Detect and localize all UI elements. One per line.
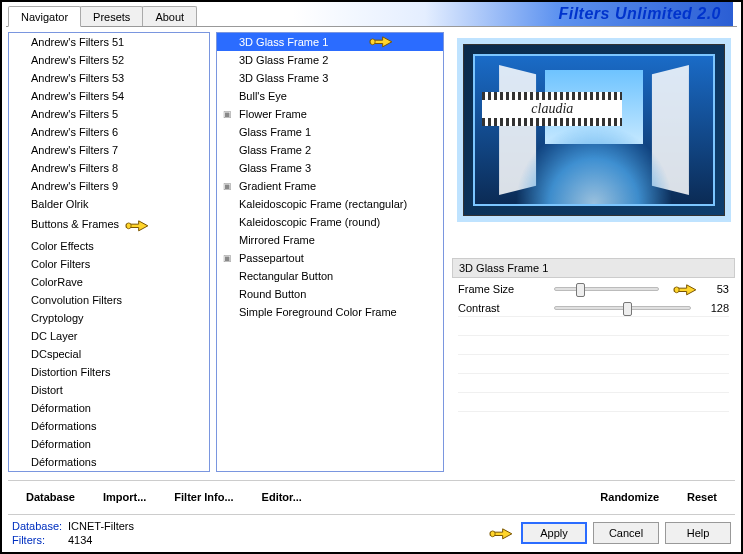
param-label: Frame Size	[458, 283, 554, 295]
navigator-item[interactable]: Cryptology	[9, 309, 209, 327]
status-db-label: Database:	[12, 519, 68, 533]
navigator-item[interactable]: Andrew's Filters 6	[9, 123, 209, 141]
navigator-item[interactable]: Déformations	[9, 417, 209, 435]
app-title: Filters Unlimited 2.0	[293, 2, 733, 26]
svg-point-3	[490, 530, 495, 536]
navigator-item[interactable]: Distortion Filters	[9, 363, 209, 381]
apply-button[interactable]: Apply	[521, 522, 587, 544]
preview-image	[457, 38, 731, 222]
tab-presets[interactable]: Presets	[80, 6, 143, 26]
svg-point-0	[126, 223, 131, 229]
param-value: 128	[699, 302, 729, 314]
cancel-button[interactable]: Cancel	[593, 522, 659, 544]
navigator-item[interactable]: DC Layer	[9, 327, 209, 345]
toolbar-reset-button[interactable]: Reset	[673, 485, 731, 509]
svg-point-1	[370, 39, 375, 45]
navigator-item[interactable]: Andrew's Filters 52	[9, 51, 209, 69]
filter-item[interactable]: 3D Glass Frame 1	[217, 33, 443, 51]
navigator-item[interactable]: Andrew's Filters 8	[9, 159, 209, 177]
status-filters-label: Filters:	[12, 533, 68, 547]
filter-item[interactable]: Rectangular Button	[217, 267, 443, 285]
param-row: Contrast128	[452, 297, 735, 316]
navigator-item[interactable]: Andrew's Filters 53	[9, 69, 209, 87]
toolbar-filter-info-button[interactable]: Filter Info...	[160, 485, 247, 509]
navigator-item[interactable]: Color Filters	[9, 255, 209, 273]
navigator-item[interactable]: Andrew's Filters 7	[9, 141, 209, 159]
navigator-item[interactable]: Convolution Filters	[9, 291, 209, 309]
tab-navigator[interactable]: Navigator	[8, 6, 81, 27]
toolbar-randomize-button[interactable]: Randomize	[586, 485, 673, 509]
filter-item[interactable]: Round Button	[217, 285, 443, 303]
filter-item[interactable]: Simple Foreground Color Frame	[217, 303, 443, 321]
watermark: claudia	[407, 92, 698, 126]
status-bar: Database:ICNET-Filters Filters:4134 Appl…	[8, 514, 735, 550]
navigator-item[interactable]: Balder Olrik	[9, 195, 209, 213]
param-slider[interactable]	[554, 287, 659, 291]
help-button[interactable]: Help	[665, 522, 731, 544]
navigator-item[interactable]: Buttons & Frames	[9, 213, 209, 237]
navigator-item[interactable]: Color Effects	[9, 237, 209, 255]
pointer-icon	[487, 523, 515, 543]
navigator-item[interactable]: Déformation	[9, 471, 209, 472]
navigator-item[interactable]: Andrew's Filters 51	[9, 33, 209, 51]
pointer-icon	[671, 279, 699, 299]
filter-item[interactable]: Mirrored Frame	[217, 231, 443, 249]
toolbar-editor-button[interactable]: Editor...	[248, 485, 316, 509]
navigator-item[interactable]: Déformations	[9, 453, 209, 471]
pointer-icon	[123, 215, 151, 235]
filter-item[interactable]: Kaleidoscopic Frame (rectangular)	[217, 195, 443, 213]
navigator-item[interactable]: Déformation	[9, 435, 209, 453]
navigator-item[interactable]: Distort	[9, 381, 209, 399]
param-label: Contrast	[458, 302, 554, 314]
status-filters-value: 4134	[68, 534, 92, 546]
filter-item[interactable]: Gradient Frame	[217, 177, 443, 195]
filter-item[interactable]: Kaleidoscopic Frame (round)	[217, 213, 443, 231]
bottom-toolbar: DatabaseImport...Filter Info...Editor...…	[8, 480, 735, 512]
status-db-value: ICNET-Filters	[68, 520, 134, 532]
toolbar-database-button[interactable]: Database	[12, 485, 89, 509]
filter-item[interactable]: 3D Glass Frame 3	[217, 69, 443, 87]
filter-item[interactable]: 3D Glass Frame 2	[217, 51, 443, 69]
filter-item[interactable]: Passepartout	[217, 249, 443, 267]
pointer-icon	[367, 32, 395, 51]
navigator-item[interactable]: ColorRave	[9, 273, 209, 291]
navigator-item[interactable]: Andrew's Filters 9	[9, 177, 209, 195]
navigator-list[interactable]: Andrew's Filters 51Andrew's Filters 52An…	[8, 32, 210, 472]
param-row: Frame Size53	[452, 278, 735, 297]
navigator-item[interactable]: Déformation	[9, 399, 209, 417]
navigator-item[interactable]: Andrew's Filters 54	[9, 87, 209, 105]
param-slider[interactable]	[554, 306, 691, 310]
tab-about[interactable]: About	[142, 6, 197, 26]
filter-item[interactable]: Glass Frame 3	[217, 159, 443, 177]
param-value: 53	[699, 283, 729, 295]
navigator-item[interactable]: Andrew's Filters 5	[9, 105, 209, 123]
toolbar-import-button[interactable]: Import...	[89, 485, 160, 509]
svg-point-2	[674, 287, 679, 293]
current-filter-name: 3D Glass Frame 1	[452, 258, 735, 278]
navigator-item[interactable]: DCspecial	[9, 345, 209, 363]
filter-item[interactable]: Glass Frame 2	[217, 141, 443, 159]
